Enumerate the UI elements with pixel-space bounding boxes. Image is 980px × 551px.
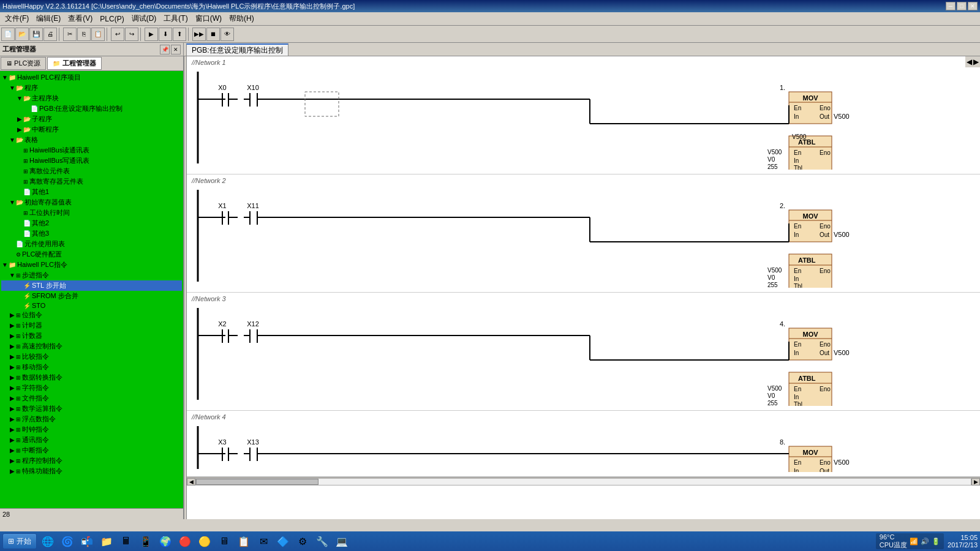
tree-item-pgb[interactable]: 📄 PGB:任意设定顺序输出控制 bbox=[1, 103, 182, 114]
taskbar-icon-14[interactable]: ⚙ bbox=[294, 533, 311, 550]
tree-item-prog-ctrl[interactable]: ▶ ⊞ 程序控制指令 bbox=[1, 455, 182, 466]
tree-item-counter[interactable]: ▶ ⊞ 计数器 bbox=[1, 331, 182, 341]
menu-help[interactable]: 帮助(H) bbox=[225, 12, 258, 25]
open-button[interactable]: 📂 bbox=[15, 28, 29, 41]
tree-item-step-inst[interactable]: ▼ ⊞ 步进指令 bbox=[1, 270, 182, 280]
taskbar-icon-15[interactable]: 🔧 bbox=[314, 533, 331, 550]
svg-text:255: 255 bbox=[767, 163, 778, 170]
tree-item-clock[interactable]: ▶ ⊞ 时钟指令 bbox=[1, 424, 182, 435]
taskbar-icon-1[interactable]: 🌐 bbox=[39, 533, 56, 550]
run-button[interactable]: ▶▶ bbox=[192, 28, 206, 41]
tree-item-hwbusw[interactable]: ⊞ HaiwellBus写通讯表 bbox=[1, 156, 182, 166]
ladder-diagram-panel[interactable]: ◀ ▶ //Network 1 X0 X10 bbox=[187, 56, 980, 519]
scroll-right-icon[interactable]: ▶ bbox=[973, 58, 979, 66]
tree-item-comm[interactable]: ▶ ⊞ 通讯指令 bbox=[1, 435, 182, 445]
upload-button[interactable]: ⬆ bbox=[173, 28, 186, 41]
tree-item-string[interactable]: ▶ ⊞ 字符指令 bbox=[1, 383, 182, 393]
tree-item-other3[interactable]: 📄 其他3 bbox=[1, 228, 182, 239]
tab-project-manager[interactable]: 📁 工程管理器 bbox=[47, 57, 101, 70]
menu-debug[interactable]: 调试(D) bbox=[128, 12, 160, 25]
horizontal-scrollbar[interactable]: ◀ ▶ bbox=[187, 477, 980, 485]
tree-item-timer[interactable]: ▶ ⊞ 计时器 bbox=[1, 320, 182, 331]
tree-item-int[interactable]: ▶ 📂 中断程序 bbox=[1, 124, 182, 135]
panel-tabs: 🖥 PLC资源 📁 工程管理器 bbox=[0, 56, 183, 71]
tree-item-reg-elem[interactable]: ⊞ 离散寄存器元件表 bbox=[1, 176, 182, 187]
tree-item-move[interactable]: ▶ ⊞ 移动指令 bbox=[1, 362, 182, 372]
tree-item-hwbusr[interactable]: ⊞ HaiwellBus读通讯表 bbox=[1, 145, 182, 156]
svg-text:V0: V0 bbox=[767, 156, 775, 163]
tree-item-math[interactable]: ▶ ⊞ 数学运算指令 bbox=[1, 403, 182, 414]
taskbar-icon-6[interactable]: 📱 bbox=[137, 533, 154, 550]
minimize-button[interactable]: ─ bbox=[946, 2, 956, 10]
tree-item-int2[interactable]: ▶ ⊞ 中断指令 bbox=[1, 445, 182, 455]
svg-text:X3: X3 bbox=[218, 438, 226, 446]
menu-tools[interactable]: 工具(T) bbox=[160, 12, 191, 25]
compile-button[interactable]: ▶ bbox=[145, 28, 158, 41]
taskbar-icon-3[interactable]: 📬 bbox=[78, 533, 96, 550]
scroll-left-icon[interactable]: ◀ bbox=[967, 58, 972, 66]
taskbar-icon-10[interactable]: 🖥 bbox=[216, 533, 233, 550]
tree-item-elem-use[interactable]: 📄 元件使用用表 bbox=[1, 239, 182, 249]
tree-item-main[interactable]: ▼ 📂 主程序块 bbox=[1, 93, 182, 103]
tree-item-hw-inst[interactable]: ▼ 📁 Haiwell PLC指令 bbox=[1, 260, 182, 270]
start-button[interactable]: ⊞ 开始 bbox=[2, 533, 37, 549]
paste-button[interactable]: 📋 bbox=[91, 28, 105, 41]
tree-item-plc-hw[interactable]: ⚙ PLC硬件配置 bbox=[1, 249, 182, 260]
download-button[interactable]: ⬇ bbox=[159, 28, 172, 41]
tree-item-compare[interactable]: ▶ ⊞ 比较指令 bbox=[1, 351, 182, 362]
tree-item-sto[interactable]: ⚡ STO bbox=[1, 301, 182, 310]
scroll-right-btn[interactable]: ▶ bbox=[971, 478, 980, 485]
tree-item-file[interactable]: ▶ ⊞ 文件指令 bbox=[1, 393, 182, 403]
taskbar-icon-11[interactable]: 📋 bbox=[235, 533, 252, 550]
stop-button[interactable]: ⏹ bbox=[206, 28, 220, 41]
clock-display[interactable]: 15:05 2017/2/13 bbox=[948, 534, 978, 549]
taskbar-icon-4[interactable]: 📁 bbox=[98, 533, 115, 550]
undo-button[interactable]: ↩ bbox=[111, 28, 124, 41]
save-button[interactable]: 💾 bbox=[29, 28, 43, 41]
panel-close-button[interactable]: ✕ bbox=[171, 45, 181, 54]
active-tab[interactable]: PGB:任意设定顺序输出控制 bbox=[186, 43, 288, 56]
tree-item-worktime[interactable]: ⊞ 工位执行时间 bbox=[1, 208, 182, 218]
tree-item-tbl[interactable]: ▼ 📂 表格 bbox=[1, 135, 182, 145]
taskbar-icon-9[interactable]: 🟡 bbox=[196, 533, 213, 550]
tree-item-float[interactable]: ▶ ⊞ 浮点数指令 bbox=[1, 414, 182, 424]
taskbar-icon-13[interactable]: 🔷 bbox=[274, 533, 292, 550]
tree-item-init-reg[interactable]: ▼ 📂 初始寄存器值表 bbox=[1, 197, 182, 208]
menu-view[interactable]: 查看(V) bbox=[64, 12, 96, 25]
menu-window[interactable]: 窗口(W) bbox=[192, 12, 225, 25]
cut-button[interactable]: ✂ bbox=[63, 28, 77, 41]
scroll-left-btn[interactable]: ◀ bbox=[187, 478, 195, 485]
tree-item-other2[interactable]: 📄 其他2 bbox=[1, 218, 182, 228]
tree-item-disc[interactable]: ⊞ 离散位元件表 bbox=[1, 166, 182, 176]
tab-plc-resources[interactable]: 🖥 PLC资源 bbox=[1, 57, 46, 70]
close-button[interactable]: ✕ bbox=[968, 2, 978, 10]
print-button[interactable]: 🖨 bbox=[43, 28, 57, 41]
menu-edit[interactable]: 编辑(E) bbox=[32, 12, 64, 25]
tree-item-root[interactable]: ▼ 📁 Haiwell PLC程序项目 bbox=[1, 72, 182, 83]
tree-item-data-conv[interactable]: ▶ ⊞ 数据转换指令 bbox=[1, 372, 182, 383]
menu-file[interactable]: 文件(F) bbox=[1, 12, 32, 25]
tree-item-special[interactable]: ▶ ⊞ 特殊功能指令 bbox=[1, 466, 182, 476]
tree-item-highspeed[interactable]: ▶ ⊞ 高速控制指令 bbox=[1, 341, 182, 351]
tree-item-sfrom[interactable]: ⚡ SFROM 步合并 bbox=[1, 291, 182, 301]
redo-button[interactable]: ↪ bbox=[125, 28, 138, 41]
tree-item-stl-start[interactable]: ⚡ STL 步开始 bbox=[1, 280, 182, 291]
taskbar-icon-8[interactable]: 🔴 bbox=[176, 533, 194, 550]
tree-item-prog[interactable]: ▼ 📂 程序 bbox=[1, 83, 182, 93]
taskbar-icon-2[interactable]: 🌀 bbox=[59, 533, 76, 550]
new-button[interactable]: 📄 bbox=[1, 28, 15, 41]
scrollbar-thumb[interactable] bbox=[196, 479, 318, 485]
copy-button[interactable]: ⎘ bbox=[77, 28, 91, 41]
maximize-button[interactable]: □ bbox=[957, 2, 967, 10]
taskbar-icon-7[interactable]: 🌍 bbox=[157, 533, 174, 550]
monitor-button[interactable]: 👁 bbox=[221, 28, 234, 41]
taskbar-icon-12[interactable]: ✉ bbox=[255, 533, 272, 550]
tree-item-sub[interactable]: ▶ 📂 子程序 bbox=[1, 114, 182, 124]
tree-item-other1[interactable]: 📄 其他1 bbox=[1, 187, 182, 197]
panel-pin-button[interactable]: 📌 bbox=[160, 45, 170, 54]
taskbar-icon-16[interactable]: 💻 bbox=[333, 533, 350, 550]
tree-item-bit-inst[interactable]: ▶ ⊞ 位指令 bbox=[1, 310, 182, 320]
menu-plc[interactable]: PLC(P) bbox=[96, 13, 127, 24]
taskbar-icon-5[interactable]: 🖩 bbox=[118, 533, 135, 550]
window-controls[interactable]: ─ □ ✕ bbox=[946, 2, 978, 10]
